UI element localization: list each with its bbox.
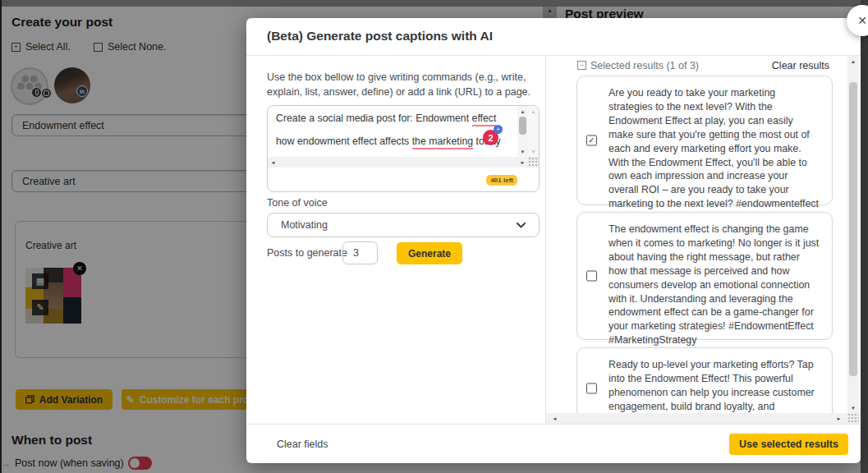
spellcheck-phrase: the marketing	[412, 135, 474, 149]
tone-of-voice-value: Motivating	[281, 219, 328, 231]
ai-captions-modal: (Beta) Generate post captions with AI Us…	[246, 18, 861, 463]
result-text: The endowment effect is changing the gam…	[609, 223, 819, 346]
clear-fields-link[interactable]: Clear fields	[277, 439, 328, 450]
scrollbar-thumb[interactable]	[849, 82, 857, 376]
result-text: Are you ready to take your marketing str…	[609, 87, 819, 223]
posts-to-generate-label: Posts to generate	[267, 247, 347, 259]
results-list: Are you ready to take your marketing str…	[546, 56, 847, 413]
scroll-up-icon[interactable]: ▲	[847, 56, 859, 67]
modal-title: (Beta) Generate post captions with AI	[267, 29, 493, 44]
results-horizontal-scrollbar[interactable]: ◄ ►	[546, 413, 847, 424]
result-checkbox[interactable]	[586, 271, 597, 282]
resize-grip[interactable]	[528, 157, 539, 168]
textarea-vertical-scrollbar[interactable]: ▲ ▼	[517, 106, 528, 157]
tone-of-voice-select[interactable]: Motivating	[267, 213, 540, 237]
close-icon: ✕	[857, 14, 867, 27]
chars-left-badge: 401 left	[486, 175, 517, 186]
result-card[interactable]: Are you ready to take your marketing str…	[576, 76, 833, 205]
generate-button[interactable]: Generate	[397, 242, 462, 264]
spellcheck-word: effect	[472, 113, 497, 126]
result-text: Ready to up-level your marketing efforts…	[609, 359, 815, 413]
command-textarea[interactable]: Create a social media post for: Endowmen…	[267, 105, 540, 192]
scrollbar-thumb[interactable]	[519, 117, 526, 135]
footer-divider	[246, 424, 861, 425]
result-card[interactable]: Ready to up-level your marketing efforts…	[576, 347, 833, 413]
resize-grip	[847, 413, 859, 424]
grammarly-plus-icon: +	[494, 125, 503, 134]
use-selected-results-button[interactable]: Use selected results	[729, 434, 848, 455]
command-line2: how endowment effect affects	[276, 135, 412, 147]
scroll-right-icon[interactable]: ►	[517, 157, 528, 168]
scroll-down-icon[interactable]: ▼	[847, 402, 859, 413]
result-checkbox[interactable]	[586, 383, 597, 394]
scroll-down-icon: ▼	[528, 146, 539, 157]
scroll-up-icon[interactable]: ▲	[517, 106, 528, 117]
result-card[interactable]: The endowment effect is changing the gam…	[576, 212, 833, 340]
command-line1: Create a social media post for: Endowmen…	[276, 113, 472, 124]
scroll-up-icon: ▲	[528, 106, 539, 117]
outer-vertical-scrollbar[interactable]: ▲ ▼	[528, 106, 539, 157]
posts-to-generate-value: 3	[353, 247, 359, 259]
scroll-left-icon[interactable]: ◄	[268, 157, 278, 168]
textarea-horizontal-scrollbar[interactable]: ◄ ►	[268, 157, 528, 168]
scroll-left-icon[interactable]: ◄	[549, 413, 560, 424]
result-checkbox[interactable]	[586, 135, 597, 146]
instructions-text: Use the box bellow to give writing comma…	[267, 71, 541, 100]
tone-of-voice-label: Tone of voice	[267, 197, 328, 209]
scroll-down-icon[interactable]: ▼	[517, 146, 528, 157]
scroll-right-icon[interactable]: ►	[834, 413, 844, 424]
chevron-down-icon	[517, 223, 526, 228]
results-vertical-scrollbar[interactable]: ▲ ▼	[847, 56, 859, 413]
posts-to-generate-input[interactable]: 3	[342, 241, 378, 264]
